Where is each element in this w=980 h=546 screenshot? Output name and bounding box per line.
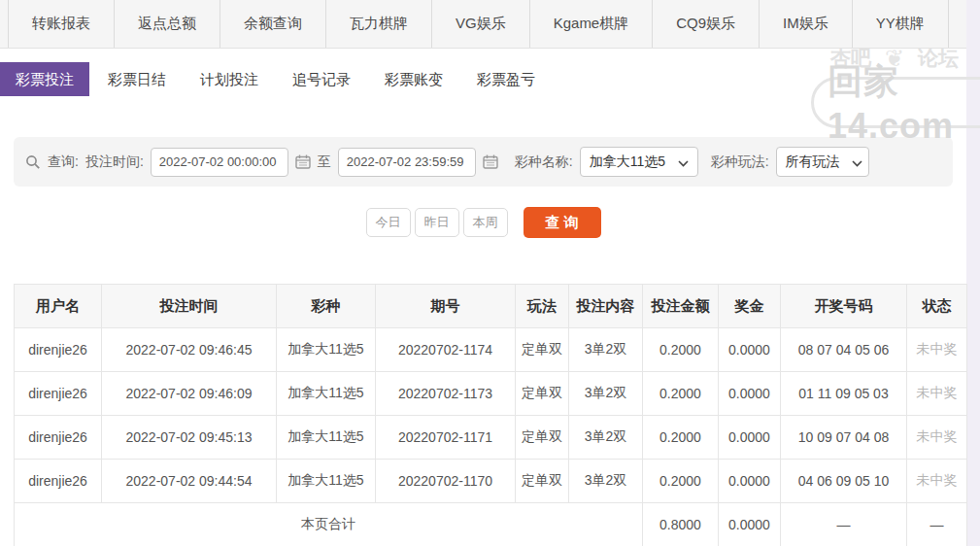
table-cell: 定单双 xyxy=(516,328,569,372)
table-cell: 2022-07-02 09:45:13 xyxy=(102,416,277,460)
play-type-value: 所有玩法 xyxy=(786,154,840,171)
table-cell: 0.2000 xyxy=(643,372,719,416)
table-cell: 定单双 xyxy=(516,416,569,460)
sub-nav-tab[interactable]: 计划投注 xyxy=(185,62,274,96)
top-nav-item[interactable]: 转账报表 xyxy=(8,0,114,48)
table-cell: 01 11 09 05 03 xyxy=(781,372,907,416)
query-panel: 查询: 投注时间: 至 彩种名称: xyxy=(14,137,953,187)
play-type-label: 彩种玩法: xyxy=(711,154,769,171)
table-cell: 未中奖 xyxy=(907,416,967,460)
summary-row: 本页合计 0.8000 0.0000 — — xyxy=(15,503,967,546)
query-label: 查询: xyxy=(48,154,79,171)
table-header-cell: 投注内容 xyxy=(569,285,643,328)
table-cell: 3单2双 xyxy=(569,416,643,460)
time-to-input[interactable] xyxy=(338,148,476,177)
sub-nav: 彩票投注彩票日结计划投注追号记录彩票账变彩票盈亏 xyxy=(0,49,966,112)
table-cell: 0.2000 xyxy=(643,460,719,503)
search-icon xyxy=(25,154,41,170)
sub-nav-tab[interactable]: 追号记录 xyxy=(277,62,366,96)
table-cell: 未中奖 xyxy=(907,372,967,416)
table-cell: 10 09 07 04 08 xyxy=(781,416,907,460)
today-button[interactable]: 今日 xyxy=(366,208,411,237)
table-cell: 08 07 04 05 06 xyxy=(781,328,907,372)
chevron-down-icon xyxy=(678,154,689,170)
table-header-cell: 用户名 xyxy=(15,285,102,328)
table-cell: 定单双 xyxy=(516,460,569,503)
table-header-cell: 投注时间 xyxy=(102,285,277,328)
table-cell: 0.0000 xyxy=(719,460,781,503)
sub-nav-tab[interactable]: 彩票投注 xyxy=(0,62,89,96)
table-cell: 加拿大11选5 xyxy=(277,372,376,416)
calendar-icon[interactable] xyxy=(483,154,498,169)
bet-time-label: 投注时间: xyxy=(85,154,144,171)
table-cell: direnjie26 xyxy=(15,372,102,416)
table-cell: 加拿大11选5 xyxy=(277,328,376,372)
table-row: direnjie262022-07-02 09:45:13加拿大11选52022… xyxy=(15,416,967,460)
table-cell: 3单2双 xyxy=(569,460,643,503)
sub-nav-tab[interactable]: 彩票日结 xyxy=(92,62,182,96)
table-body: direnjie262022-07-02 09:46:45加拿大11选52022… xyxy=(15,328,967,503)
table-cell: 0.2000 xyxy=(643,328,719,372)
top-nav-item[interactable]: CQ9娱乐 xyxy=(652,0,759,48)
table-cell: 0.0000 xyxy=(719,328,781,372)
table-cell: direnjie26 xyxy=(15,328,102,372)
time-from-input[interactable] xyxy=(151,148,288,177)
table-cell: 20220702-1171 xyxy=(376,416,516,460)
table-header-cell: 开奖号码 xyxy=(781,285,907,328)
table-cell: 3单2双 xyxy=(569,372,643,416)
summary-bet-total: 0.8000 xyxy=(643,503,719,546)
top-nav-item[interactable]: YY棋牌 xyxy=(852,0,948,48)
top-nav-item[interactable]: VG娱乐 xyxy=(431,0,529,48)
sub-nav-tab[interactable]: 彩票盈亏 xyxy=(461,62,551,96)
table-cell: 未中奖 xyxy=(907,328,967,372)
week-button[interactable]: 本周 xyxy=(463,208,508,237)
table-header-cell: 彩种 xyxy=(277,285,376,328)
table-row: direnjie262022-07-02 09:44:54加拿大11选52022… xyxy=(15,460,967,503)
table-cell: 20220702-1170 xyxy=(376,460,516,503)
search-button[interactable]: 查 询 xyxy=(524,207,601,238)
table-cell: 3单2双 xyxy=(569,328,643,372)
table-cell: 0.0000 xyxy=(719,372,781,416)
top-nav: 转账报表返点总额余额查询瓦力棋牌VG娱乐Kgame棋牌CQ9娱乐IM娱乐YY棋牌… xyxy=(0,0,966,49)
table-cell: 04 06 09 05 10 xyxy=(781,460,907,503)
play-type-select[interactable]: 所有玩法 xyxy=(776,147,869,177)
table-header-row: 用户名投注时间彩种期号玩法投注内容投注金额奖金开奖号码状态 xyxy=(15,285,967,328)
calendar-icon[interactable] xyxy=(295,154,311,169)
table-cell: 加拿大11选5 xyxy=(277,416,376,460)
button-row: 今日 昨日 本周 查 询 xyxy=(0,207,966,238)
table-header-cell: 玩法 xyxy=(516,285,569,328)
table-cell: 2022-07-02 09:44:54 xyxy=(102,460,277,503)
table-cell: 2022-07-02 09:46:45 xyxy=(102,328,277,372)
chevron-down-icon xyxy=(852,154,862,170)
table-row: direnjie262022-07-02 09:46:45加拿大11选52022… xyxy=(15,328,967,372)
table-header-cell: 投注金额 xyxy=(643,285,719,328)
table-cell: 2022-07-02 09:46:09 xyxy=(102,372,277,416)
summary-prize-total: 0.0000 xyxy=(719,503,781,546)
table-row: direnjie262022-07-02 09:46:09加拿大11选52022… xyxy=(15,372,967,416)
top-nav-item[interactable]: 返点总额 xyxy=(114,0,220,48)
table-cell: 未中奖 xyxy=(907,460,967,503)
yesterday-button[interactable]: 昨日 xyxy=(415,208,459,237)
top-nav-item[interactable]: 余额查询 xyxy=(220,0,325,48)
table-cell: direnjie26 xyxy=(15,460,102,503)
top-nav-item[interactable]: 瓦力棋牌 xyxy=(325,0,431,48)
sub-nav-tab[interactable]: 彩票账变 xyxy=(369,62,458,96)
summary-label: 本页合计 xyxy=(15,503,643,546)
top-nav-item[interactable]: IM娱乐 xyxy=(759,0,852,48)
table-header-cell: 期号 xyxy=(376,285,516,328)
summary-draw-dash: — xyxy=(781,503,907,546)
page-background-strip xyxy=(966,0,980,546)
bets-table: 用户名投注时间彩种期号玩法投注内容投注金额奖金开奖号码状态 direnjie26… xyxy=(14,284,967,546)
table-header-cell: 奖金 xyxy=(719,285,781,328)
table-header-cell: 状态 xyxy=(907,285,967,328)
table-cell: 20220702-1174 xyxy=(376,328,516,372)
table-cell: 定单双 xyxy=(516,372,569,416)
lottery-name-label: 彩种名称: xyxy=(515,154,573,171)
table-cell: 加拿大11选5 xyxy=(277,460,376,503)
lottery-name-select[interactable]: 加拿大11选5 xyxy=(580,147,698,177)
table-cell: direnjie26 xyxy=(15,416,102,460)
summary-status-dash: — xyxy=(907,503,967,546)
table-cell: 0.2000 xyxy=(643,416,719,460)
table-cell: 20220702-1173 xyxy=(376,372,516,416)
top-nav-item[interactable]: Kgame棋牌 xyxy=(529,0,653,48)
